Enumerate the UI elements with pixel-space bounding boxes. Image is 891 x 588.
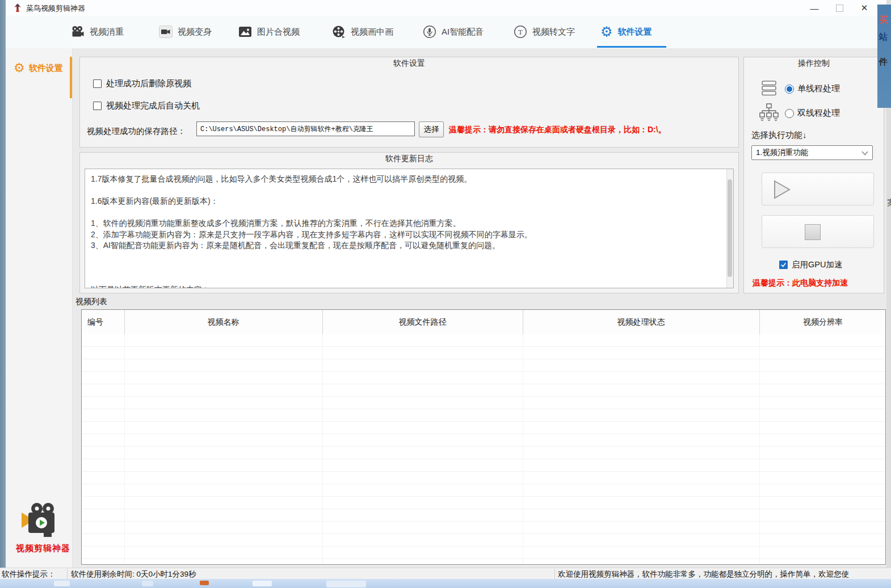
start-button[interactable] bbox=[762, 173, 874, 205]
column-divider bbox=[523, 310, 523, 334]
tab-software-settings[interactable]: ⚙ 软件设置 bbox=[600, 16, 652, 48]
control-panel: 操作控制 单线程处理 bbox=[743, 57, 884, 293]
close-button[interactable]: ✕ bbox=[852, 0, 877, 16]
col-header-name[interactable]: 视频名称 bbox=[124, 310, 322, 334]
double-thread-icon bbox=[759, 103, 779, 123]
save-path-input[interactable]: C:\Users\ASUS\Desktop\自动剪辑软件+教程\克隆王 bbox=[196, 121, 415, 136]
film-reel-icon bbox=[332, 25, 346, 39]
play-icon bbox=[774, 180, 791, 199]
sidebar: ⚙ 软件设置 视频剪辑神器 bbox=[6, 48, 73, 568]
auto-shutdown-checkbox-row[interactable]: 视频处理完成后自动关机 bbox=[93, 100, 200, 111]
table-body-empty bbox=[82, 334, 885, 564]
control-panel-title: 操作控制 bbox=[744, 58, 884, 69]
col-header-index[interactable]: 编号 bbox=[82, 310, 124, 334]
status-divider bbox=[67, 569, 68, 579]
background-text-fragment: 案 bbox=[887, 198, 891, 208]
double-thread-radio-row[interactable]: 双线程处理 bbox=[785, 108, 840, 119]
letter-t-icon: T bbox=[514, 25, 527, 39]
stop-button[interactable] bbox=[762, 215, 874, 248]
brand-label: 视频剪辑神器 bbox=[15, 543, 72, 554]
maximize-button[interactable] bbox=[827, 0, 852, 16]
settings-groupbox: 软件设置 处理成功后删除原视频 视频处理完成后自动关机 视频处理成功的保存路径：… bbox=[79, 57, 739, 148]
gear-icon: ⚙ bbox=[600, 25, 613, 39]
video-camera-logo bbox=[20, 501, 63, 540]
column-divider bbox=[124, 310, 125, 334]
sidebar-active-indicator bbox=[70, 57, 72, 98]
gear-icon: ⚙ bbox=[14, 61, 25, 75]
microphone-icon bbox=[423, 25, 436, 39]
changelog-text: 1.7版本修复了批量合成视频的问题，比如导入多个美女类型视频合成1个，这样也可以… bbox=[91, 174, 715, 288]
function-select[interactable]: 1.视频消重功能 bbox=[751, 145, 873, 160]
column-divider bbox=[759, 310, 760, 334]
camcorder-icon bbox=[159, 25, 173, 39]
table-header: 编号 视频名称 视频文件路径 视频处理状态 视频分辨率 bbox=[82, 310, 885, 335]
active-tab-underline bbox=[597, 46, 666, 48]
background-text-fragment: 买 bbox=[879, 15, 888, 26]
changelog-groupbox: 软件更新日志 1.7版本修复了批量合成视频的问题，比如导入多个美女类型视频合成1… bbox=[79, 152, 739, 293]
taskbar-item bbox=[54, 581, 70, 586]
titlebar: 菜鸟视频剪辑神器 — ✕ bbox=[6, 0, 886, 16]
tab-video-dedup[interactable]: 视频消重 bbox=[71, 16, 124, 48]
changelog-textarea[interactable]: 1.7版本修复了批量合成视频的问题，比如导入多个美女类型视频合成1个，这样也可以… bbox=[85, 169, 734, 288]
tab-video-to-text[interactable]: T 视频转文字 bbox=[514, 16, 575, 48]
col-header-status[interactable]: 视频处理状态 bbox=[523, 310, 759, 334]
col-header-resolution[interactable]: 视频分辨率 bbox=[759, 310, 886, 334]
taskbar-item bbox=[253, 581, 272, 586]
single-thread-icon bbox=[760, 79, 778, 97]
status-remaining-time: 软件使用剩余时间: 0天0小时1分39秒 bbox=[71, 569, 196, 579]
movie-camera-icon bbox=[71, 26, 85, 38]
image-icon bbox=[238, 26, 252, 37]
changelog-box-title: 软件更新日志 bbox=[80, 154, 738, 164]
tab-video-transform[interactable]: 视频变身 bbox=[159, 16, 212, 48]
stop-icon bbox=[805, 224, 821, 240]
minimize-button[interactable]: — bbox=[802, 0, 827, 16]
taskbar-strip bbox=[0, 579, 891, 588]
gpu-checkbox[interactable] bbox=[779, 261, 788, 269]
gpu-warning-text: 温馨提示：此电脑支持加速 bbox=[753, 278, 848, 288]
single-thread-radio[interactable] bbox=[785, 85, 794, 94]
column-line bbox=[124, 334, 125, 564]
save-path-warning: 温馨提示：请勿直接保存在桌面或者硬盘根目录，比如：D:\。 bbox=[449, 125, 666, 135]
tab-video-pip[interactable]: 视频画中画 bbox=[332, 16, 393, 48]
save-path-label: 视频处理成功的保存路径： bbox=[87, 126, 186, 137]
taskbar-item bbox=[326, 581, 366, 587]
status-divider bbox=[554, 569, 555, 579]
app-window: 菜鸟视频剪辑神器 — ✕ 视频消重 视频 bbox=[6, 0, 886, 568]
double-thread-radio[interactable] bbox=[785, 109, 794, 118]
content-area: ⚙ 软件设置 视频剪辑神器 软件设置 bbox=[6, 48, 886, 568]
svg-text:T: T bbox=[518, 28, 523, 36]
taskbar-item bbox=[142, 581, 153, 586]
background-text-fragment: 件 bbox=[879, 57, 888, 68]
column-line bbox=[759, 334, 760, 564]
choose-path-button[interactable]: 选择 bbox=[419, 121, 444, 137]
delete-source-checkbox-row[interactable]: 处理成功后删除原视频 bbox=[93, 78, 191, 89]
auto-shutdown-checkbox[interactable] bbox=[93, 102, 102, 110]
gpu-checkbox-row[interactable]: 启用GPU加速 bbox=[779, 259, 842, 270]
video-list-table[interactable]: 编号 视频名称 视频文件路径 视频处理状态 视频分辨率 bbox=[81, 309, 886, 565]
scrollbar-thumb[interactable] bbox=[728, 179, 732, 277]
settings-box-title: 软件设置 bbox=[80, 58, 738, 69]
changelog-scrollbar[interactable] bbox=[726, 169, 733, 288]
column-line bbox=[523, 334, 523, 564]
function-select-label: 选择执行功能↓ bbox=[751, 130, 807, 141]
tab-ai-voice[interactable]: AI智能配音 bbox=[423, 16, 484, 48]
screen: 菜鸟视频剪辑神器 — ✕ 视频消重 视频 bbox=[0, 0, 891, 588]
background-window-edge: 买 站 件 bbox=[877, 5, 891, 108]
app-logo-icon bbox=[13, 3, 22, 12]
column-divider bbox=[322, 310, 323, 334]
tab-image-to-video[interactable]: 图片合视频 bbox=[238, 16, 300, 48]
status-left-label: 软件操作提示： bbox=[2, 569, 56, 579]
col-header-path[interactable]: 视频文件路径 bbox=[322, 310, 523, 334]
chevron-down-icon bbox=[861, 151, 868, 156]
status-welcome-text: 欢迎使用视频剪辑神器，软件功能非常多，功能都是独立分明的，操作简单，欢迎您使 bbox=[558, 569, 849, 579]
status-bar: 软件操作提示： 软件使用剩余时间: 0天0小时1分39秒 欢迎使用视频剪辑神器，… bbox=[0, 568, 891, 579]
column-line bbox=[322, 334, 323, 564]
single-thread-radio-row[interactable]: 单线程处理 bbox=[785, 83, 840, 94]
check-icon bbox=[780, 262, 787, 268]
taskbar-item bbox=[200, 581, 209, 585]
background-text-fragment: 站 bbox=[879, 32, 888, 43]
window-title: 菜鸟视频剪辑神器 bbox=[26, 3, 85, 14]
delete-source-checkbox[interactable] bbox=[93, 79, 102, 88]
sidebar-item-settings[interactable]: ⚙ 软件设置 bbox=[14, 61, 63, 75]
video-list-label: 视频列表 bbox=[75, 297, 107, 307]
